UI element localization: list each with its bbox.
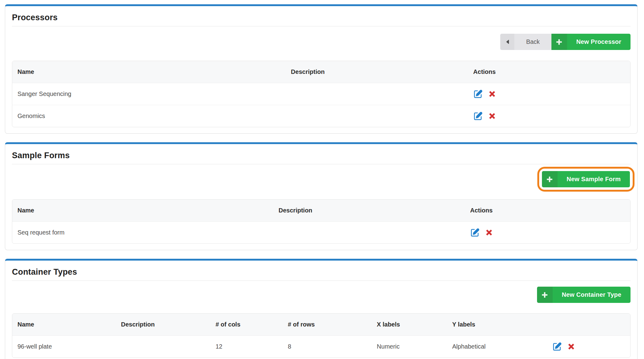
description-cell [287,105,470,127]
back-button-label: Back [514,34,551,50]
column-header-description: Description [117,314,212,336]
column-header-description: Description [275,200,467,222]
column-header-num-cols: # of cols [212,314,284,336]
delete-button[interactable] [488,112,496,120]
plus-icon [551,34,567,50]
x-labels-cell: Numeric [373,336,448,358]
num-rows-cell: 8 [284,336,373,358]
y-labels-cell: Alphabetical [448,336,549,358]
column-header-actions: Actions [470,61,630,83]
sample-forms-title: Sample Forms [12,151,631,160]
new-sample-form-button[interactable]: New Sample Form [542,171,630,187]
edit-button[interactable] [473,111,483,121]
table-row: Genomics [12,105,630,127]
sample-forms-header-row: Name Description Actions [12,200,630,222]
sample-forms-toolbar: New Sample Form [12,167,631,192]
settings-page: Processors Back New Processor [5,4,638,359]
delete-button[interactable] [488,90,496,98]
x-mark-icon [488,112,496,120]
actions-cell [470,105,630,127]
actions-cell [549,336,630,358]
edit-button[interactable] [552,342,562,351]
highlight-ring: New Sample Form [537,167,634,192]
container-types-table: Name Description # of cols # of rows X l… [12,313,631,358]
delete-button[interactable] [485,229,493,236]
name-cell: Seq request form [12,222,275,244]
edit-icon [552,342,562,351]
x-mark-icon [485,229,493,236]
x-mark-icon [488,90,496,98]
column-header-x-labels: X labels [373,314,448,336]
processors-header-row: Name Description Actions [12,61,630,83]
edit-icon [473,89,483,99]
processors-title: Processors [12,13,631,22]
name-cell: Genomics [12,105,287,127]
divider [12,26,631,26]
processors-card: Processors Back New Processor [5,4,638,134]
new-container-type-button[interactable]: New Container Type [537,287,631,303]
delete-button[interactable] [567,343,575,350]
plus-icon [537,287,553,303]
num-cols-cell: 12 [212,336,284,358]
container-types-title: Container Types [12,267,631,277]
back-button[interactable]: Back [500,34,551,50]
edit-button[interactable] [473,89,483,99]
new-processor-button[interactable]: New Processor [551,34,631,50]
column-header-description: Description [287,61,470,83]
description-cell [275,222,467,244]
description-cell [117,336,212,358]
container-types-card: Container Types New Container Type Name … [5,259,638,359]
new-sample-form-button-label: New Sample Form [558,171,630,187]
column-header-y-labels: Y labels [448,314,549,336]
plus-icon [542,171,558,187]
column-header-num-rows: # of rows [284,314,373,336]
column-header-name: Name [12,314,117,336]
actions-cell [467,222,630,244]
processors-table: Name Description Actions Sanger Sequenci… [12,61,631,127]
new-container-type-button-label: New Container Type [553,287,631,303]
x-mark-icon [567,343,575,350]
column-header-name: Name [12,61,287,83]
container-types-toolbar: New Container Type [12,287,631,303]
divider [12,281,631,281]
table-row: Seq request form [12,222,630,244]
caret-left-icon [500,34,514,50]
sample-forms-card: Sample Forms New Sample Form Name Descri… [5,142,638,250]
processors-button-group: Back New Processor [500,34,631,50]
processors-toolbar: Back New Processor [12,34,631,50]
edit-button[interactable] [470,228,480,237]
name-cell: Sanger Sequencing [12,83,287,105]
divider [12,164,631,164]
edit-icon [473,111,483,121]
description-cell [287,83,470,105]
name-cell: 96-well plate [12,336,117,358]
table-row: Sanger Sequencing [12,83,630,105]
container-types-header-row: Name Description # of cols # of rows X l… [12,314,630,336]
sample-forms-table: Name Description Actions Seq request for… [12,199,631,244]
actions-cell [470,83,630,105]
new-processor-button-label: New Processor [567,34,631,50]
table-row: 96-well plate 12 8 Numeric Alphabetical [12,336,630,358]
column-header-name: Name [12,200,275,222]
column-header-actions [549,314,630,336]
edit-icon [470,228,480,237]
column-header-actions: Actions [467,200,630,222]
